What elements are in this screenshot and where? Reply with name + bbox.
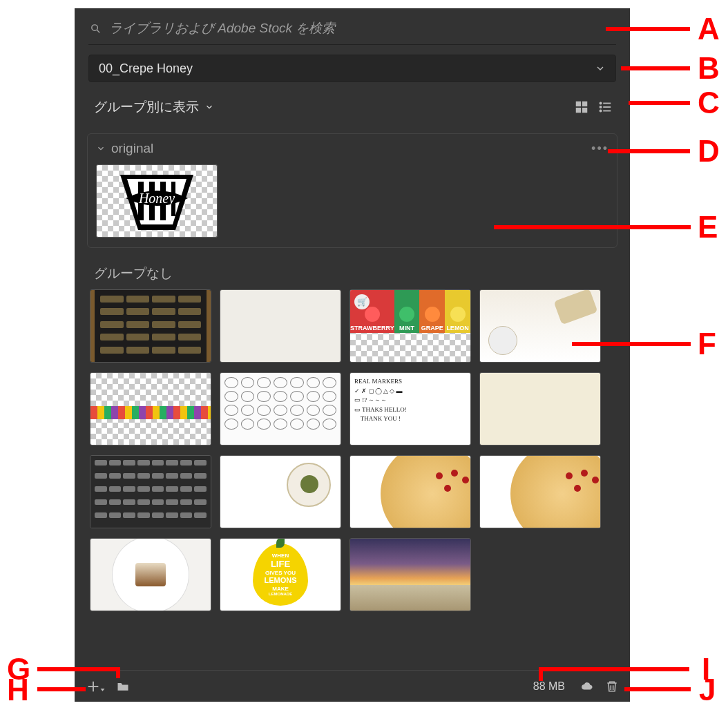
lemon-line: WHEN — [272, 553, 289, 559]
svg-text:Honey: Honey — [138, 191, 175, 207]
callout-line-i-v — [539, 667, 543, 681]
callout-label-f: F — [698, 329, 716, 359]
delete-button[interactable] — [605, 679, 619, 694]
asset-sunset-beach[interactable] — [349, 538, 471, 611]
callout-label-c: C — [698, 88, 720, 118]
flavor-label: MINT — [399, 325, 414, 332]
callout-line-b — [621, 66, 690, 70]
svg-rect-2 — [576, 102, 581, 106]
group-toggle[interactable]: original — [96, 141, 153, 156]
library-dropdown-value: 00_Crepe Honey — [99, 61, 193, 76]
search-bar[interactable]: ライブラリおよび Adobe Stock を検索 — [75, 8, 630, 44]
callout-line-a — [606, 27, 690, 31]
callout-label-j: J — [699, 675, 716, 705]
svg-rect-5 — [582, 108, 587, 113]
chevron-down-icon — [595, 63, 606, 74]
asset-cake-slice[interactable] — [90, 538, 211, 611]
add-content-button[interactable] — [86, 679, 106, 694]
asset-icon-sheet[interactable] — [220, 372, 341, 445]
svg-line-1 — [97, 30, 99, 32]
callout-line-e — [494, 225, 691, 229]
grid-view-button[interactable] — [572, 97, 591, 117]
svg-point-8 — [600, 106, 601, 108]
asset-fruit-line[interactable] — [90, 372, 211, 445]
asset-flavor-labels[interactable]: STRAWBERRY MINT GRAPE LEMON 🛒 — [349, 289, 471, 363]
asset-paper-texture[interactable] — [220, 289, 341, 363]
asset-chalk-doodles[interactable] — [90, 455, 211, 528]
lemon-line: LEMONS — [264, 576, 296, 585]
cc-libraries-panel: ライブラリおよび Adobe Stock を検索 00_Crepe Honey … — [75, 8, 630, 702]
divider — [88, 44, 616, 45]
view-options-row: グループ別に表示 — [75, 89, 630, 128]
honey-logo-graphic: Honey — [97, 165, 217, 237]
asset-crepe-1[interactable] — [349, 455, 471, 528]
callout-label-a: A — [698, 14, 720, 44]
lemon-line: GIVES YOU — [265, 570, 296, 577]
cart-icon: 🛒 — [354, 294, 370, 309]
callout-line-c — [629, 101, 690, 105]
new-group-button[interactable] — [115, 680, 131, 693]
callout-line-d — [608, 149, 690, 153]
ungrouped-label: グループなし — [75, 248, 630, 289]
group-more-icon[interactable]: ••• — [591, 142, 609, 156]
asset-honey-logo[interactable]: Honey — [96, 164, 218, 238]
asset-crepe-2[interactable] — [479, 455, 601, 528]
lemon-line: LIFE — [271, 559, 290, 570]
callout-line-j — [624, 687, 691, 691]
group-by-label: グループ別に表示 — [94, 98, 199, 116]
callout-label-e: E — [698, 212, 718, 242]
asset-lemon-poster[interactable]: WHEN LIFE GIVES YOU LEMONS MAKE LEMONADE — [220, 538, 341, 611]
search-placeholder: ライブラリおよび Adobe Stock を検索 — [109, 19, 335, 37]
svg-rect-4 — [576, 108, 581, 113]
svg-rect-3 — [582, 102, 587, 106]
library-size: 88 MB — [533, 680, 565, 693]
callout-label-h: H — [7, 675, 29, 705]
group-header: original ••• — [96, 141, 609, 156]
callout-line-i — [539, 667, 689, 671]
search-icon — [90, 23, 101, 34]
library-dropdown[interactable]: 00_Crepe Honey — [88, 55, 616, 82]
flavor-label: LEMON — [446, 325, 469, 332]
svg-marker-21 — [101, 689, 105, 691]
lemon-line: MAKE — [272, 586, 289, 593]
panel-footer: 88 MB — [75, 670, 630, 702]
callout-label-d: D — [698, 136, 720, 166]
callout-label-b: B — [698, 53, 720, 84]
callout-line-g — [37, 667, 120, 671]
group-name: original — [111, 141, 153, 156]
markers-text: REAL MARKERS ✓ ✗ ◻ ◯ △ ◇ ▬ ▭ !? ～～～ ▭ TH… — [354, 377, 466, 441]
group-original: original ••• Honey — [87, 133, 617, 248]
flavor-label: GRAPE — [421, 325, 443, 332]
asset-menu-board[interactable] — [90, 289, 211, 363]
callout-line-g-v — [116, 667, 120, 678]
sync-cloud-icon[interactable] — [579, 680, 595, 693]
svg-point-0 — [92, 25, 98, 31]
callout-line-h — [37, 687, 86, 691]
lemon-line: LEMONADE — [269, 592, 292, 597]
asset-flour[interactable] — [479, 289, 601, 363]
callout-line-f — [572, 342, 691, 346]
asset-real-markers[interactable]: REAL MARKERS ✓ ✗ ◻ ◯ △ ◇ ▬ ▭ !? ～～～ ▭ TH… — [349, 372, 471, 445]
group-by-dropdown[interactable]: グループ別に表示 — [94, 98, 214, 116]
asset-herbs-plate[interactable] — [220, 455, 341, 528]
list-view-button[interactable] — [595, 97, 615, 117]
flavor-label: STRAWBERRY — [350, 325, 394, 332]
svg-point-6 — [600, 102, 601, 104]
asset-beige-paper[interactable] — [479, 372, 601, 445]
view-toggles — [572, 97, 615, 117]
asset-grid: STRAWBERRY MINT GRAPE LEMON 🛒 REAL MARKE… — [75, 289, 630, 611]
svg-point-10 — [600, 110, 601, 111]
